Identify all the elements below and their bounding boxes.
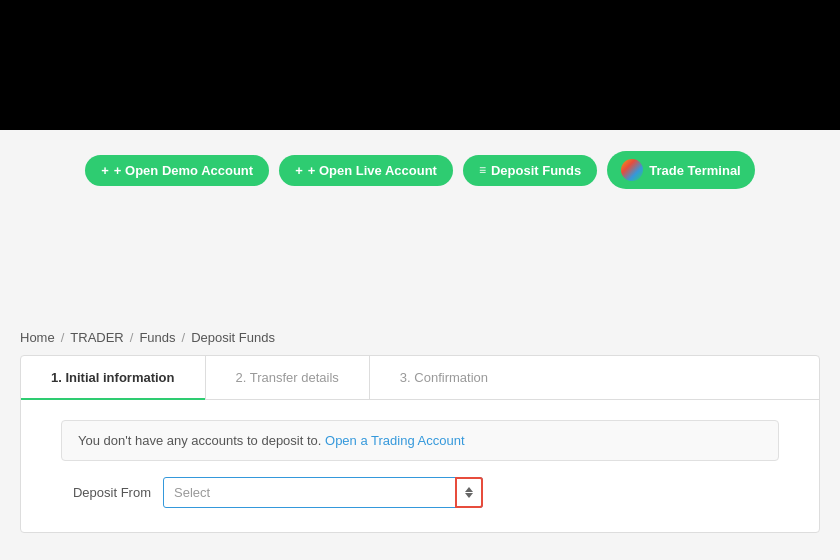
breadcrumb-deposit-funds: Deposit Funds (191, 330, 275, 345)
trade-label: Trade Terminal (649, 163, 741, 178)
deposit-from-select-wrapper: Select (163, 477, 483, 508)
deposit-icon: ≡ (479, 163, 486, 177)
deposit-from-label: Deposit From (61, 485, 151, 500)
breadcrumb-sep-1: / (61, 330, 65, 345)
plus-icon: + (101, 163, 109, 178)
step-1[interactable]: 1. Initial information (21, 356, 206, 399)
breadcrumb-sep-2: / (130, 330, 134, 345)
deposit-label: Deposit Funds (491, 163, 581, 178)
step-3[interactable]: 3. Confirmation (370, 356, 518, 399)
info-message-box: You don't have any accounts to deposit t… (61, 420, 779, 461)
info-text: You don't have any accounts to deposit t… (78, 433, 325, 448)
top-bar: + + Open Demo Account + + Open Live Acco… (0, 148, 840, 192)
deposit-funds-button[interactable]: ≡ Deposit Funds (463, 155, 597, 186)
step-3-label: 3. Confirmation (400, 370, 488, 385)
trade-terminal-icon (621, 159, 643, 181)
open-live-button[interactable]: + + Open Live Account (279, 155, 453, 186)
open-trading-account-link[interactable]: Open a Trading Account (325, 433, 464, 448)
step-2[interactable]: 2. Transfer details (206, 356, 370, 399)
breadcrumb-trader[interactable]: TRADER (70, 330, 123, 345)
breadcrumb-home[interactable]: Home (20, 330, 55, 345)
main-content: Home / TRADER / Funds / Deposit Funds 1.… (0, 130, 840, 560)
plus-icon-live: + (295, 163, 303, 178)
breadcrumb-sep-3: / (182, 330, 186, 345)
breadcrumb-funds[interactable]: Funds (139, 330, 175, 345)
content-card: 1. Initial information 2. Transfer detai… (20, 355, 820, 533)
deposit-from-select[interactable]: Select (163, 477, 483, 508)
open-live-label: + Open Live Account (308, 163, 437, 178)
breadcrumb: Home / TRADER / Funds / Deposit Funds (20, 330, 275, 345)
open-demo-button[interactable]: + + Open Demo Account (85, 155, 269, 186)
step-2-label: 2. Transfer details (236, 370, 339, 385)
deposit-from-row: Deposit From Select (61, 477, 779, 508)
steps-bar: 1. Initial information 2. Transfer detai… (21, 356, 819, 400)
trade-terminal-button[interactable]: Trade Terminal (607, 151, 755, 189)
open-demo-label: + Open Demo Account (114, 163, 253, 178)
step-1-label: 1. Initial information (51, 370, 175, 385)
